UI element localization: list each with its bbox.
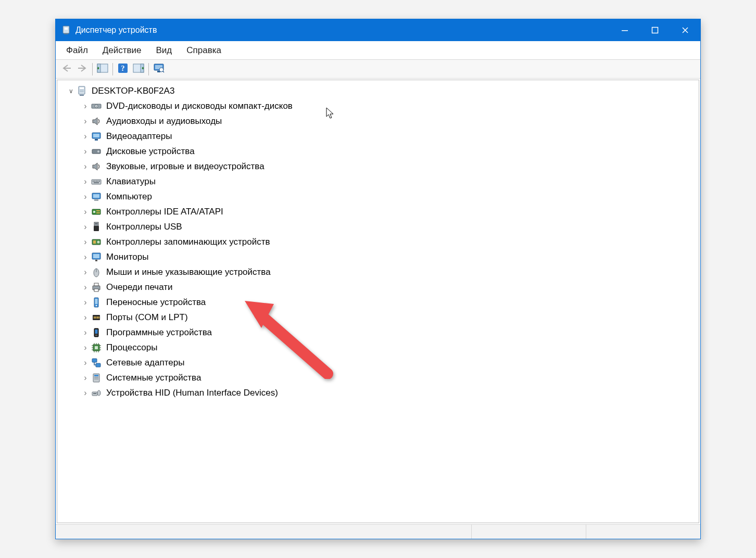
printqueue-icon <box>91 282 102 293</box>
tree-category-node[interactable]: Клавиатуры <box>58 174 698 189</box>
tree-category-node[interactable]: Устройства HID (Human Interface Devices) <box>58 385 698 400</box>
expander-closed-icon[interactable] <box>80 343 91 353</box>
tree-category-node[interactable]: Мыши и иные указывающие устройства <box>58 264 698 280</box>
expander-closed-icon[interactable] <box>80 267 91 277</box>
toolbar-separator <box>148 63 149 75</box>
tree-category-label: Устройства HID (Human Interface Devices) <box>105 387 279 399</box>
maximize-button[interactable] <box>640 19 670 41</box>
tree-category-node[interactable]: Программные устройства <box>58 325 698 340</box>
tree-root-node[interactable]: DESKTOP-KB0F2A3 <box>58 83 698 98</box>
tree-category-node[interactable]: Процессоры <box>58 340 698 355</box>
tree-root-label: DESKTOP-KB0F2A3 <box>91 85 175 97</box>
tree-category-label: Мониторы <box>105 251 149 263</box>
expander-closed-icon[interactable] <box>80 358 91 368</box>
svg-rect-55 <box>94 283 98 286</box>
menu-help[interactable]: Справка <box>179 43 229 58</box>
toolbar-back-button[interactable] <box>59 62 74 77</box>
minimize-button[interactable] <box>610 19 640 41</box>
display-icon <box>91 131 102 142</box>
toolbar-help-button[interactable]: ? <box>115 62 131 77</box>
device-tree[interactable]: DESKTOP-KB0F2A3DVD-дисководы и дисководы… <box>57 80 699 523</box>
expander-closed-icon[interactable] <box>80 222 91 232</box>
titlebar: Диспетчер устройств <box>56 19 700 41</box>
system-icon <box>91 372 102 384</box>
svg-rect-28 <box>92 180 101 184</box>
tree-category-label: Контроллеры запоминающих устройств <box>105 236 271 248</box>
expander-closed-icon[interactable] <box>80 297 91 308</box>
expander-closed-icon[interactable] <box>80 312 91 323</box>
help-icon: ? <box>118 63 128 75</box>
svg-rect-25 <box>95 139 98 141</box>
tree-category-node[interactable]: DVD-дисководы и дисководы компакт-дисков <box>58 98 698 113</box>
toolbar-show-hidden-button[interactable] <box>95 62 110 77</box>
tree-category-node[interactable]: Компьютер <box>58 189 698 204</box>
svg-rect-62 <box>95 316 96 319</box>
tree-category-node[interactable]: Системные устройства <box>58 370 698 385</box>
svg-rect-1 <box>65 28 68 30</box>
tree-category-label: Контроллеры IDE ATA/ATAPI <box>105 206 224 218</box>
dvd-icon <box>91 100 102 112</box>
svg-rect-75 <box>94 378 98 379</box>
svg-rect-39 <box>93 211 95 213</box>
toolbar-scan-hardware-button[interactable] <box>151 62 167 77</box>
tree-category-node[interactable]: Дисковые устройства <box>58 144 698 159</box>
expander-closed-icon[interactable] <box>80 237 91 247</box>
expander-closed-icon[interactable] <box>80 101 91 111</box>
tree-category-label: Программные устройства <box>105 327 213 338</box>
expander-closed-icon[interactable] <box>80 161 91 172</box>
expander-closed-icon[interactable] <box>80 252 91 262</box>
expander-closed-icon[interactable] <box>80 327 91 338</box>
tree-category-node[interactable]: Сетевые адаптеры <box>58 355 698 370</box>
svg-rect-73 <box>94 375 98 376</box>
expander-closed-icon[interactable] <box>80 146 91 157</box>
expander-closed-icon[interactable] <box>80 131 91 142</box>
tree-category-label: Порты (COM и LPT) <box>105 312 189 323</box>
tree-category-node[interactable]: Контроллеры IDE ATA/ATAPI <box>58 204 698 219</box>
menu-file[interactable]: Файл <box>59 43 95 58</box>
tree-category-node[interactable]: Видеоадаптеры <box>58 129 698 144</box>
tree-category-label: DVD-дисководы и дисководы компакт-дисков <box>105 100 294 112</box>
tree-category-node[interactable]: Мониторы <box>58 249 698 264</box>
close-button[interactable] <box>670 19 700 41</box>
expander-closed-icon[interactable] <box>80 373 91 383</box>
expander-closed-icon[interactable] <box>80 176 91 187</box>
storage-icon <box>91 236 102 248</box>
expander-open-icon[interactable] <box>66 86 76 96</box>
tree-category-node[interactable]: Контроллеры USB <box>58 219 698 234</box>
tree-category-node[interactable]: Очереди печати <box>58 280 698 295</box>
monitor-icon <box>91 251 102 263</box>
arrow-right-icon <box>77 64 87 74</box>
svg-rect-74 <box>94 377 98 378</box>
device-manager-window: Диспетчер устройств Файл Действие Вид Сп… <box>55 19 701 539</box>
svg-rect-33 <box>99 181 100 182</box>
expander-closed-icon[interactable] <box>80 207 91 217</box>
tree-category-node[interactable]: Переносные устройства <box>58 295 698 310</box>
tree-category-node[interactable]: Контроллеры запоминающих устройств <box>58 234 698 249</box>
svg-rect-4 <box>652 28 658 33</box>
toolbar-properties-button[interactable] <box>131 62 146 77</box>
svg-rect-30 <box>94 181 95 182</box>
mouse-icon <box>91 267 102 278</box>
menu-action[interactable]: Действие <box>95 43 149 58</box>
svg-rect-69 <box>95 346 98 349</box>
expander-closed-icon[interactable] <box>80 282 91 293</box>
toolbar-forward-button[interactable] <box>74 62 90 77</box>
tree-category-node[interactable]: Звуковые, игровые и видеоустройства <box>58 159 698 174</box>
svg-rect-3 <box>622 30 628 31</box>
ports-icon <box>91 312 102 323</box>
svg-rect-36 <box>93 194 99 198</box>
ide-icon <box>91 206 102 218</box>
svg-rect-32 <box>97 181 98 182</box>
svg-rect-77 <box>93 393 96 394</box>
tree-category-node[interactable]: Аудиовходы и аудиовыходы <box>58 113 698 129</box>
tree-category-node[interactable]: Порты (COM и LPT) <box>58 310 698 325</box>
expander-closed-icon[interactable] <box>80 388 91 398</box>
svg-point-22 <box>96 106 97 107</box>
svg-point-27 <box>97 150 99 153</box>
svg-rect-45 <box>94 226 99 231</box>
expander-closed-icon[interactable] <box>80 192 91 202</box>
menu-view[interactable]: Вид <box>149 43 180 58</box>
expander-closed-icon[interactable] <box>80 116 91 126</box>
svg-rect-56 <box>94 289 98 291</box>
svg-rect-42 <box>94 222 98 226</box>
